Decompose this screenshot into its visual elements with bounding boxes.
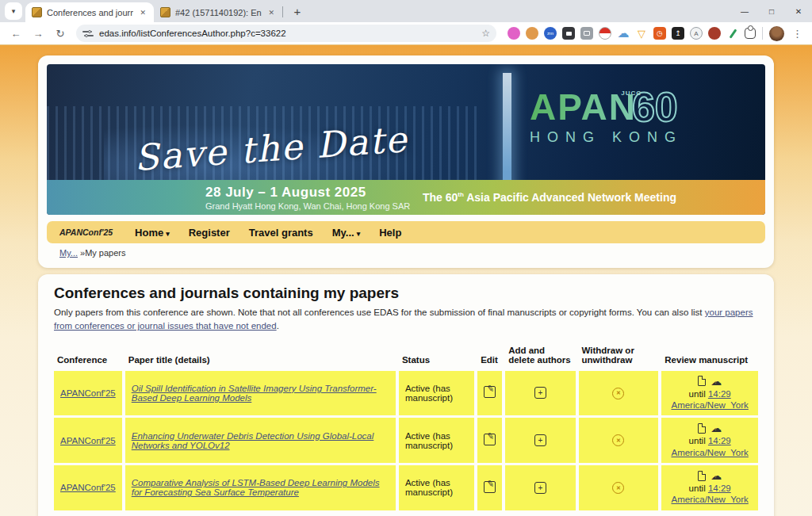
minimize-button[interactable]: — [731, 0, 758, 22]
nav-item-travel-grants[interactable]: Travel grants [249, 227, 313, 239]
edit-paper-icon[interactable]: ✎ [484, 481, 496, 493]
profile-avatar[interactable] [769, 26, 784, 41]
tab-title: Conferences and journals containing my p… [47, 8, 133, 17]
deadline-time-link[interactable]: 14:29 [708, 389, 731, 399]
timezone-link[interactable]: America/New_York [671, 448, 748, 457]
review-deadline: until 14:29 America/New_York [668, 435, 752, 458]
extension-icon-pink[interactable] [508, 27, 520, 40]
edas-favicon [160, 7, 170, 17]
extension-icon-clock[interactable]: ◷ [653, 27, 666, 40]
toolbar-divider [762, 27, 763, 40]
tab-search-button[interactable]: ▾ [5, 2, 22, 20]
paper-title-link[interactable]: Comparative Analysis of LSTM-Based Deep … [132, 478, 380, 497]
header-withdraw: Withdraw or unwithdraw [579, 344, 659, 369]
new-tab-button[interactable]: + [288, 2, 307, 21]
tab-strip: ▾ Conferences and journals containing my… [0, 0, 812, 22]
review-deadline: until 14:29 America/New_York [668, 483, 752, 506]
timezone-link[interactable]: America/New_York [671, 400, 748, 410]
edas-favicon [32, 7, 42, 17]
site-settings-icon[interactable] [82, 29, 94, 37]
breadcrumb-current: »My papers [80, 248, 125, 258]
add-author-icon[interactable]: + [534, 387, 546, 399]
extension-icon-pokeball[interactable] [599, 27, 611, 40]
jucc-label: JUCC [621, 90, 642, 97]
bookmark-star-icon[interactable]: ☆ [481, 28, 490, 39]
browser-window: ▾ Conferences and journals containing my… [0, 0, 812, 516]
hong-kong-label: HONG KONG [530, 129, 683, 146]
nav-item-help[interactable]: Help [379, 227, 401, 239]
maximize-button[interactable]: □ [758, 0, 785, 22]
intro-text: Only papers from this conference are sho… [54, 306, 758, 334]
paper-status: Active (has manuscript) [399, 418, 474, 463]
table-row: APANConf'25 Enhancing Underwater Debris … [54, 418, 758, 463]
back-button[interactable]: ← [6, 24, 25, 43]
add-author-icon[interactable]: + [534, 434, 546, 446]
upload-manuscript-icon[interactable]: ☁↑ [710, 376, 722, 387]
tab-separator [282, 6, 283, 17]
edit-paper-icon[interactable]: ✎ [484, 434, 496, 445]
conference-navbar: APANConf'25 Home▾ Register Travel grants… [47, 221, 765, 243]
menu-icon[interactable]: ⋮ [787, 28, 807, 40]
review-deadline: until 14:29 America/New_York [668, 388, 752, 411]
address-bar[interactable]: edas.info/listConferencesAuthor.php?c=33… [76, 25, 496, 42]
forward-button[interactable]: → [29, 24, 48, 43]
paper-status: Active (has manuscript) [399, 371, 474, 416]
extension-icon-meet[interactable]: A [690, 27, 703, 40]
reload-button[interactable]: ↻ [51, 24, 70, 43]
browser-tab-inactive[interactable]: #42 (1571140192): Enhancing U ✕ [154, 2, 282, 22]
header-paper-title: Paper title (details) [125, 344, 396, 369]
close-button[interactable]: ✕ [785, 0, 812, 22]
add-author-icon[interactable]: + [534, 482, 546, 494]
manuscript-document-icon[interactable] [698, 471, 706, 481]
conference-banner: Save the Date APAN 60 JUCC HONG KONG 28 … [47, 64, 765, 215]
extensions-row: zm ☁ ▽ ◷ ↥ A [508, 27, 756, 40]
timezone-link[interactable]: America/New_York [671, 495, 748, 504]
breadcrumb-my-link[interactable]: My... [59, 248, 78, 258]
upload-manuscript-icon[interactable]: ☁↑ [710, 470, 722, 481]
header-conference: Conference [54, 344, 122, 369]
banner-card: Save the Date APAN 60 JUCC HONG KONG 28 … [38, 55, 774, 268]
extension-icon-bird[interactable] [708, 27, 721, 40]
withdraw-icon[interactable]: ✕ [612, 388, 624, 399]
upload-manuscript-icon[interactable]: ☁↑ [710, 422, 722, 434]
chevron-down-icon: ▾ [166, 230, 170, 238]
header-review: Review manuscript [661, 344, 758, 369]
conference-brand: APANConf'25 [59, 227, 113, 237]
paper-title-link[interactable]: Oil Spill Identification in Satellite Im… [132, 384, 377, 403]
extension-icon-upload[interactable]: ↥ [672, 27, 684, 40]
header-edit: Edit [477, 344, 502, 369]
withdraw-icon[interactable]: ✕ [612, 434, 624, 446]
manuscript-document-icon[interactable] [698, 376, 706, 386]
edit-paper-icon[interactable]: ✎ [484, 386, 496, 398]
table-header-row: Conference Paper title (details) Status … [54, 344, 758, 369]
extension-icon-pen[interactable] [726, 27, 739, 40]
chevron-down-icon: ▾ [357, 230, 361, 238]
table-row: APANConf'25 Comparative Analysis of LSTM… [54, 465, 758, 510]
chevron-down-icon: ▾ [12, 7, 16, 15]
nav-item-my[interactable]: My...▾ [332, 227, 360, 239]
page-background: Save the Date APAN 60 JUCC HONG KONG 28 … [0, 45, 812, 516]
extension-icon-zoom[interactable]: zm [544, 27, 557, 40]
tab-close-icon[interactable]: ✕ [138, 7, 147, 18]
tab-close-icon[interactable]: ✕ [266, 7, 276, 18]
extension-icon-cloud[interactable]: ☁ [617, 27, 630, 40]
withdraw-icon[interactable]: ✕ [612, 482, 624, 494]
extensions-puzzle-icon[interactable] [745, 28, 756, 39]
extension-icon-chat[interactable] [562, 27, 575, 40]
extension-icon-camera[interactable] [580, 27, 593, 40]
deadline-time-link[interactable]: 14:29 [708, 484, 731, 493]
paper-title-link[interactable]: Enhancing Underwater Debris Detection Us… [132, 431, 374, 450]
browser-tab-active[interactable]: Conferences and journals containing my p… [25, 2, 154, 22]
manuscript-document-icon[interactable] [698, 423, 706, 434]
conference-link[interactable]: APANConf'25 [60, 388, 116, 398]
extension-icon-triangle[interactable]: ▽ [635, 27, 648, 40]
nav-item-register[interactable]: Register [189, 227, 230, 239]
window-controls: — □ ✕ [731, 0, 812, 22]
conference-link[interactable]: APANConf'25 [60, 436, 116, 445]
conference-dates: 28 July – 1 August 2025 [205, 185, 410, 201]
nav-item-home[interactable]: Home▾ [135, 227, 170, 239]
deadline-time-link[interactable]: 14:29 [708, 436, 731, 445]
breadcrumb: My...»My papers [47, 243, 765, 259]
conference-link[interactable]: APANConf'25 [60, 483, 116, 492]
extension-icon-cap[interactable] [526, 27, 538, 40]
